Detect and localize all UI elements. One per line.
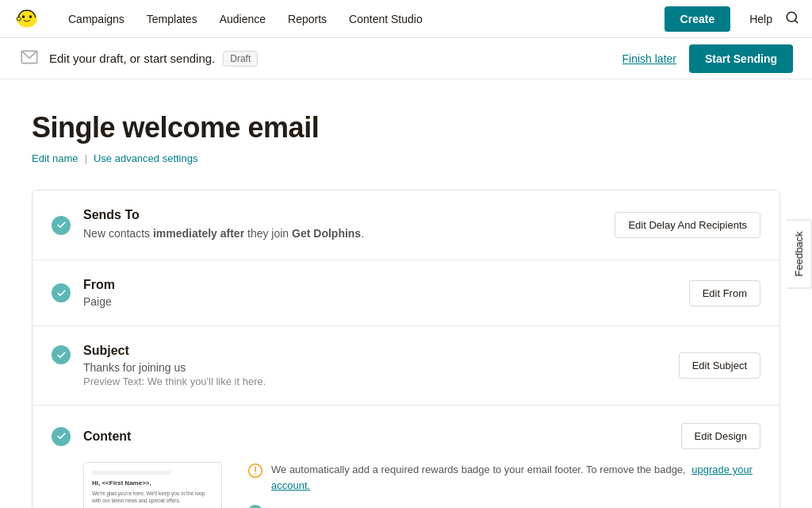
warning-icon bbox=[247, 463, 263, 483]
advanced-settings-link[interactable]: Use advanced settings bbox=[94, 152, 198, 164]
subject-title: Subject bbox=[83, 344, 679, 358]
draft-badge: Draft bbox=[223, 51, 258, 67]
content-body: Hi, <<First Name>>, We're glad you're he… bbox=[52, 462, 760, 508]
edit-design-button[interactable]: Edit Design bbox=[681, 423, 760, 449]
preview-url-bar bbox=[92, 471, 170, 475]
from-section: From Paige Edit From bbox=[33, 260, 779, 326]
subject-description: Thanks for joining us bbox=[83, 361, 679, 374]
svg-line-6 bbox=[795, 20, 797, 22]
content-check-icon bbox=[52, 427, 71, 446]
svg-point-2 bbox=[22, 15, 25, 18]
svg-point-3 bbox=[29, 15, 33, 18]
subject-preview-text: Preview Text: We think you'll like it he… bbox=[83, 375, 679, 387]
draft-bar: Edit your draft, or start sending. Draft… bbox=[0, 38, 812, 79]
plain-text-notice: A plain-text version of this email will … bbox=[247, 504, 760, 508]
sends-to-section: Sends To New contacts immediately after … bbox=[33, 190, 779, 260]
start-sending-button[interactable]: Start Sending bbox=[689, 44, 793, 73]
edit-delay-recipients-button[interactable]: Edit Delay And Recipients bbox=[615, 212, 760, 238]
search-icon[interactable] bbox=[785, 10, 799, 27]
nav-link-campaigns[interactable]: Campaigns bbox=[57, 0, 136, 38]
sends-to-description: New contacts immediately after they join… bbox=[83, 225, 615, 242]
rewards-badge-notice: We automatically add a required rewards … bbox=[247, 462, 760, 493]
draft-icon bbox=[19, 47, 40, 70]
from-title: From bbox=[83, 278, 689, 292]
link-separator: | bbox=[85, 152, 87, 164]
help-link[interactable]: Help bbox=[749, 13, 772, 25]
content-header-row: Content Edit Design bbox=[52, 423, 760, 449]
from-content: From Paige bbox=[83, 278, 689, 308]
check-small-icon bbox=[247, 505, 263, 508]
nav-link-content-studio[interactable]: Content Studio bbox=[338, 0, 434, 38]
nav-link-reports[interactable]: Reports bbox=[277, 0, 338, 38]
svg-point-4 bbox=[17, 17, 21, 21]
draft-text: Edit your draft, or start sending. bbox=[49, 52, 215, 65]
rewards-notice-text: We automatically add a required rewards … bbox=[271, 462, 760, 493]
nav-link-audience[interactable]: Audience bbox=[209, 0, 277, 38]
content-title: Content bbox=[83, 429, 681, 444]
content-notices: We automatically add a required rewards … bbox=[247, 462, 760, 508]
create-button[interactable]: Create bbox=[665, 6, 731, 32]
svg-point-10 bbox=[255, 473, 256, 475]
content-section: Content Edit Design Hi, <<First Name>>, … bbox=[33, 406, 779, 508]
sends-to-content: Sends To New contacts immediately after … bbox=[83, 208, 615, 242]
sections-card: Sends To New contacts immediately after … bbox=[32, 190, 780, 508]
preview-body-text: We're glad you're here. We'll keep you i… bbox=[92, 490, 213, 504]
page-title: Single welcome email bbox=[32, 111, 780, 144]
sends-to-title: Sends To bbox=[83, 208, 615, 222]
page-sublinks: Edit name | Use advanced settings bbox=[32, 152, 780, 164]
subject-check-icon bbox=[52, 345, 71, 364]
edit-subject-button[interactable]: Edit Subject bbox=[679, 352, 760, 379]
from-check-icon bbox=[52, 283, 71, 302]
edit-from-button[interactable]: Edit From bbox=[689, 280, 760, 306]
preview-greeting: Hi, <<First Name>>, bbox=[92, 479, 213, 487]
edit-name-link[interactable]: Edit name bbox=[32, 152, 79, 164]
logo[interactable] bbox=[13, 3, 41, 34]
feedback-tab[interactable]: Feedback bbox=[787, 219, 812, 288]
email-preview-thumbnail: Hi, <<First Name>>, We're glad you're he… bbox=[83, 462, 222, 508]
nav-link-templates[interactable]: Templates bbox=[136, 0, 209, 38]
sends-to-check-icon bbox=[52, 216, 71, 235]
main-nav: Campaigns Templates Audience Reports Con… bbox=[0, 0, 812, 38]
plain-text-notice-text: A plain-text version of this email will … bbox=[271, 504, 554, 508]
subject-section: Subject Thanks for joining us Preview Te… bbox=[33, 326, 779, 406]
nav-links: Campaigns Templates Audience Reports Con… bbox=[57, 0, 665, 38]
main-content: Single welcome email Edit name | Use adv… bbox=[0, 79, 812, 508]
from-description: Paige bbox=[83, 295, 689, 308]
subject-content: Subject Thanks for joining us Preview Te… bbox=[83, 344, 679, 387]
draft-bar-actions: Finish later Start Sending bbox=[622, 44, 793, 73]
feedback-label: Feedback bbox=[793, 231, 805, 276]
finish-later-button[interactable]: Finish later bbox=[622, 52, 676, 65]
